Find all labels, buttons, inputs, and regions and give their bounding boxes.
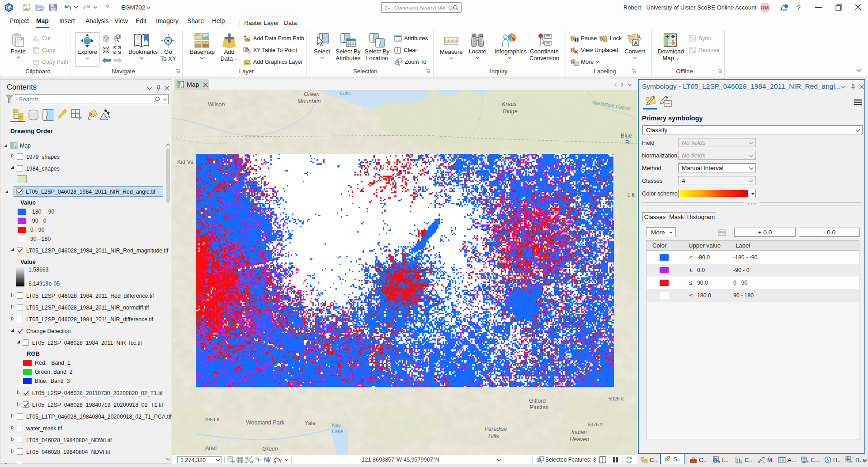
svg-text:fx: fx bbox=[849, 459, 853, 463]
svg-text:N: N bbox=[264, 457, 268, 463]
svg-text:A: A bbox=[634, 40, 638, 46]
svg-text:ab: ab bbox=[247, 38, 250, 41]
svg-text:XY: XY bbox=[245, 48, 250, 51]
